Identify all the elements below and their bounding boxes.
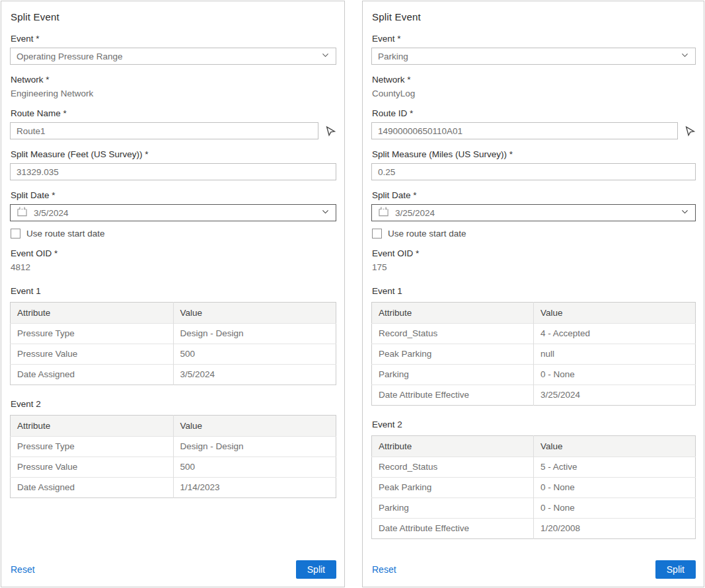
attribute-header: Attribute [372,303,534,324]
event1-table: Attribute Value Record_Status4 - Accepte… [371,302,696,406]
split-date-value: 3/5/2024 [34,208,69,218]
split-button[interactable]: Split [655,560,696,579]
table-row: Pressure Value500 [11,344,336,365]
table-row: Record_Status5 - Active [372,457,696,478]
chevron-down-icon [321,51,330,61]
reset-link[interactable]: Reset [372,564,396,575]
event-select[interactable]: Operating Pressure Range [10,48,336,65]
event1-section-title: Event 1 [372,286,696,296]
table-row: Parking0 - None [372,498,696,519]
table-row: Pressure TypeDesign - Design [11,437,336,457]
route-label: Route Name * [11,108,336,118]
attribute-cell: Pressure Value [11,344,174,365]
event-select-value: Parking [378,52,408,61]
event2-section-title: Event 2 [11,399,336,409]
reset-link[interactable]: Reset [11,564,35,575]
table-row: Date Attribute Effective3/25/2024 [372,385,696,406]
attribute-cell: Pressure Value [11,457,174,478]
attribute-cell: Peak Parking [372,344,534,365]
table-row: Pressure Value500 [11,457,336,478]
event-label: Event * [11,34,336,44]
event1-table: Attribute Value Pressure TypeDesign - De… [10,302,336,385]
network-value: Engineering Network [11,89,336,98]
panel-title: Split Event [11,11,336,22]
use-route-start-date-checkbox[interactable] [11,229,20,239]
attribute-cell: Peak Parking [372,478,534,498]
event2-section-title: Event 2 [372,420,696,429]
chevron-down-icon [681,207,689,218]
value-cell: 3/5/2024 [173,365,336,385]
attribute-header: Attribute [372,436,534,457]
route-input[interactable] [10,122,318,139]
table-header-row: Attribute Value [372,303,696,324]
value-cell: null [534,344,696,365]
value-cell: 500 [173,457,336,478]
value-cell: 1/20/2008 [534,519,696,539]
split-button[interactable]: Split [296,560,336,579]
event-select[interactable]: Parking [371,48,696,65]
event-label: Event * [372,34,696,44]
event-oid-label: Event OID * [372,248,696,258]
split-date-value: 3/25/2024 [395,208,435,218]
value-cell: 500 [173,344,336,365]
attribute-cell: Pressure Type [11,324,174,344]
event1-section-title: Event 1 [11,286,336,296]
attribute-cell: Date Assigned [11,365,174,385]
calendar-icon [378,206,389,219]
table-row: Date Attribute Effective1/20/2008 [372,519,696,539]
attribute-cell: Record_Status [372,324,534,344]
panel-title: Split Event [372,11,696,22]
attribute-header: Attribute [11,303,174,324]
route-label: Route ID * [372,108,696,118]
attribute-cell: Date Attribute Effective [372,385,534,406]
table-header-row: Attribute Value [372,436,696,457]
attribute-cell: Pressure Type [11,437,174,457]
split-date-picker[interactable]: 3/5/2024 [10,204,336,221]
route-picker-icon[interactable] [685,126,696,137]
calendar-icon [17,206,28,219]
measure-label: Split Measure (Feet (US Survey)) * [11,149,336,159]
use-route-start-date-label: Use route start date [388,229,466,239]
value-header: Value [173,416,336,437]
route-picker-icon[interactable] [325,126,336,137]
table-row: Peak Parkingnull [372,344,696,365]
attribute-cell: Parking [372,365,534,385]
use-route-start-date-checkbox[interactable] [372,229,382,239]
date-label: Split Date * [372,190,696,200]
attribute-cell: Parking [372,498,534,519]
event2-table: Attribute Value Record_Status5 - ActiveP… [371,435,696,539]
value-header: Value [173,303,336,324]
event-oid-value: 175 [372,262,696,272]
chevron-down-icon [681,51,689,61]
value-cell: 0 - None [534,478,696,498]
split-event-panel-left: Split Event Event * Operating Pressure R… [1,1,345,587]
measure-input[interactable] [10,163,336,180]
network-value: CountyLog [372,89,696,98]
split-event-panel-right: Split Event Event * Parking Network * Co… [362,1,704,587]
measure-label: Split Measure (Miles (US Survey)) * [372,149,696,159]
split-date-picker[interactable]: 3/25/2024 [371,204,696,221]
date-label: Split Date * [11,190,336,200]
attribute-cell: Date Assigned [11,478,174,498]
value-header: Value [534,436,696,457]
table-row: Parking0 - None [372,365,696,385]
network-label: Network * [372,75,696,85]
table-header-row: Attribute Value [11,416,336,437]
route-input[interactable] [371,122,678,139]
value-cell: 1/14/2023 [173,478,336,498]
measure-input[interactable] [371,163,696,180]
event-oid-label: Event OID * [11,248,336,258]
network-label: Network * [11,75,336,85]
use-route-start-date-label: Use route start date [26,229,105,239]
value-header: Value [534,303,696,324]
chevron-down-icon [321,207,330,218]
table-row: Peak Parking0 - None [372,478,696,498]
attribute-cell: Date Attribute Effective [372,519,534,539]
value-cell: Design - Design [173,437,336,457]
event-oid-value: 4812 [11,262,336,272]
table-row: Record_Status4 - Accepted [372,324,696,344]
value-cell: Design - Design [173,324,336,344]
value-cell: 0 - None [534,365,696,385]
table-header-row: Attribute Value [11,303,336,324]
table-row: Date Assigned1/14/2023 [11,478,336,498]
